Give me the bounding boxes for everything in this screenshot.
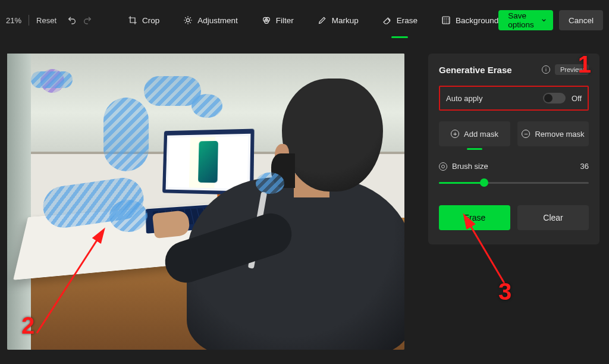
clear-button[interactable]: Clear: [517, 205, 589, 230]
save-options-button[interactable]: Save options: [498, 10, 553, 30]
background-icon: [441, 15, 451, 25]
brush-size-label: Brush size: [452, 162, 488, 171]
erase-mask: [103, 98, 149, 171]
tool-label: Background: [456, 16, 498, 25]
reset-button[interactable]: Reset: [36, 16, 56, 25]
auto-apply-label: Auto apply: [446, 94, 482, 103]
auto-apply-state: Off: [572, 94, 582, 103]
brush-size-value: 36: [580, 162, 589, 171]
chevron-down-icon: [541, 17, 547, 24]
auto-apply-row: Auto apply Off: [439, 86, 589, 111]
remove-mask-button[interactable]: − Remove mask: [517, 121, 589, 146]
panel-title: Generative Erase: [439, 65, 537, 75]
erase-mask: [109, 200, 147, 232]
top-toolbar: 21% Reset Crop Adjustment: [0, 0, 609, 40]
erase-mask: [31, 71, 73, 88]
filter-icon: [262, 15, 271, 25]
info-icon[interactable]: i: [542, 65, 550, 74]
annotation-number-3: 3: [498, 278, 511, 305]
adjustment-icon: [183, 15, 193, 25]
add-mask-label: Add mask: [464, 130, 498, 139]
cancel-button[interactable]: Cancel: [559, 10, 603, 30]
plus-icon: +: [451, 130, 459, 138]
cancel-label: Cancel: [569, 16, 594, 25]
tool-label: Markup: [332, 16, 359, 25]
auto-apply-toggle[interactable]: [543, 93, 566, 103]
brush-icon: [439, 162, 447, 171]
separator: [29, 15, 29, 26]
erase-button[interactable]: Erase: [439, 205, 510, 230]
tool-erase[interactable]: Erase: [382, 15, 417, 25]
tool-adjustment[interactable]: Adjustment: [183, 15, 238, 25]
redo-icon[interactable]: [83, 15, 92, 25]
clear-label: Clear: [543, 213, 563, 222]
tool-label: Filter: [276, 16, 294, 25]
save-label: Save options: [508, 11, 538, 29]
tool-label: Erase: [397, 16, 417, 25]
erase-mask: [256, 172, 284, 194]
crop-icon: [128, 15, 137, 25]
tool-background[interactable]: Background: [441, 15, 498, 25]
brush-size-slider[interactable]: [439, 177, 589, 189]
remove-mask-label: Remove mask: [535, 130, 584, 139]
zoom-level[interactable]: 21%: [6, 16, 21, 25]
tool-filter[interactable]: Filter: [262, 15, 294, 25]
minus-icon: −: [522, 130, 530, 138]
tool-crop[interactable]: Crop: [128, 15, 159, 25]
tool-label: Crop: [142, 16, 159, 25]
add-mask-button[interactable]: + Add mask: [439, 121, 510, 146]
image-canvas[interactable]: 2: [7, 54, 404, 350]
undo-icon[interactable]: [67, 15, 77, 25]
erase-icon: [382, 15, 392, 25]
tool-label: Adjustment: [197, 16, 238, 25]
tool-markup[interactable]: Markup: [318, 15, 359, 25]
preview-badge: Preview: [555, 64, 589, 75]
erase-mask: [192, 94, 222, 118]
toolbar-tools: Crop Adjustment Filter Markup Erase: [128, 15, 498, 25]
erase-label: Erase: [464, 213, 486, 222]
svg-point-0: [187, 18, 190, 21]
photo-content: [7, 54, 404, 350]
erase-panel: Generative Erase i Preview Auto apply Of…: [428, 54, 599, 244]
markup-icon: [318, 15, 327, 25]
